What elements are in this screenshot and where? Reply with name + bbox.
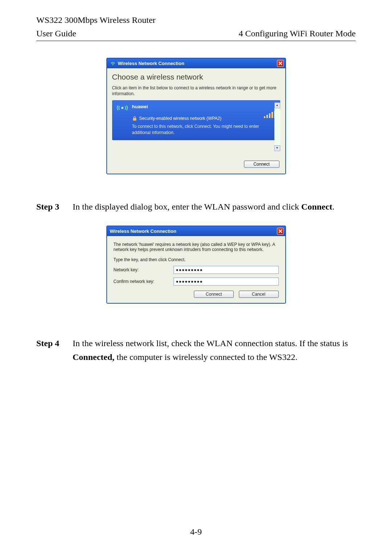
network-item[interactable]: huawei Security-enabled wireless network… <box>112 100 280 140</box>
confirm-key-label: Confirm network key: <box>114 279 173 284</box>
connect-button[interactable]: Connect <box>194 291 234 298</box>
choose-header: Choose a wireless network Click an item … <box>107 68 285 98</box>
antenna-icon <box>116 104 128 112</box>
close-button[interactable] <box>277 228 284 235</box>
svg-rect-2 <box>133 118 136 121</box>
dialog-title: Wireless Network Connection <box>118 61 184 66</box>
close-icon <box>278 229 282 233</box>
connect-button[interactable]: Connect <box>244 161 279 168</box>
key-dialog-hint: Type the key, and then click Connect. <box>114 257 279 262</box>
key-dialog-para: The network 'huawei' requires a network … <box>114 242 279 252</box>
dialog-title: Wireless Network Connection <box>110 228 176 234</box>
header-divider <box>36 41 356 41</box>
close-button[interactable] <box>277 60 284 67</box>
step-3: Step 3 In the displayed dialog box, ente… <box>36 200 356 214</box>
doc-left: User Guide <box>36 29 76 39</box>
lock-icon <box>132 116 137 121</box>
step-text: In the displayed dialog box, enter the W… <box>73 200 356 214</box>
step-label: Step 4 <box>36 336 73 364</box>
choose-network-dialog: Wireless Network Connection Choose a wir… <box>106 58 286 174</box>
doc-right: 4 Configuring WiFi Router Mode <box>238 29 356 39</box>
choose-subtitle: Click an item in the list below to conne… <box>112 85 280 97</box>
network-key-dialog: Wireless Network Connection The network … <box>106 226 286 304</box>
close-icon <box>278 61 282 65</box>
dialog-footer: Connect <box>107 151 285 174</box>
signal-strength-icon <box>264 111 275 118</box>
network-name: huawei <box>132 104 264 110</box>
cancel-button[interactable]: Cancel <box>239 291 279 298</box>
network-key-label: Network key: <box>114 267 173 272</box>
network-key-input[interactable]: ●●●●●●●●● <box>173 266 279 274</box>
step-4: Step 4 In the wireless network list, che… <box>36 336 356 364</box>
page-number: 4-9 <box>0 527 392 537</box>
confirm-key-input[interactable]: ●●●●●●●●● <box>173 278 279 285</box>
step-label: Step 3 <box>36 200 73 214</box>
scrollbar[interactable] <box>274 102 280 151</box>
step-text: In the wireless network list, check the … <box>73 336 356 364</box>
choose-title: Choose a wireless network <box>112 73 280 81</box>
network-hint: To connect to this network, click Connec… <box>132 123 264 136</box>
titlebar[interactable]: Wireless Network Connection <box>107 58 285 68</box>
svg-point-0 <box>112 64 113 65</box>
svg-point-1 <box>121 107 123 109</box>
doc-title: WS322 300Mbps Wireless Router <box>36 15 356 25</box>
scroll-up-button[interactable] <box>274 102 280 108</box>
network-security: Security-enabled wireless network (WPA2) <box>139 116 222 122</box>
scroll-down-button[interactable] <box>274 145 280 151</box>
titlebar[interactable]: Wireless Network Connection <box>107 226 285 236</box>
network-list: huawei Security-enabled wireless network… <box>107 100 285 151</box>
wireless-icon <box>110 61 116 66</box>
